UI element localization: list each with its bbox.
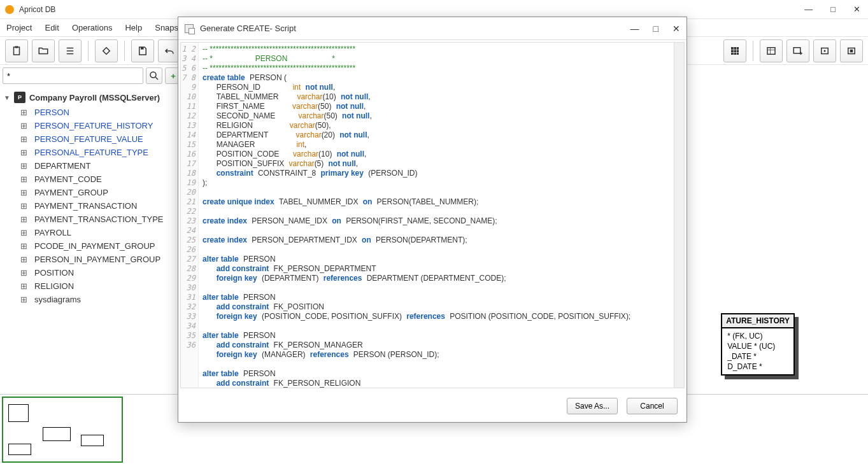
svg-rect-2: [103, 47, 110, 54]
tree-table-item[interactable]: ⊞PERSON_IN_PAYMENT_GROUP: [4, 253, 180, 266]
save-icon: [137, 45, 148, 57]
table-icon: ⊞: [20, 255, 31, 264]
tree-table-label: PERSON_FEATURE_HISTORY: [34, 121, 153, 130]
tree-table-item[interactable]: ⊞PERSON_FEATURE_VALUE: [4, 132, 180, 146]
tree-table-item[interactable]: ⊞POSITION: [4, 266, 180, 279]
line-gutter: 1 2 3 4 5 6 7 8 9 10 11 12 13 14 15 16 1…: [181, 43, 199, 388]
search-input[interactable]: [3, 67, 143, 84]
tree-table-item[interactable]: ⊞PAYMENT_CODE: [4, 172, 180, 186]
table-icon: ⊞: [20, 281, 31, 291]
menu-edit[interactable]: Edit: [45, 23, 59, 32]
svg-rect-9: [850, 49, 853, 52]
code-editor[interactable]: -- *************************************…: [199, 43, 674, 388]
tree-table-item[interactable]: ⊞RELIGION: [4, 279, 180, 293]
minimap-box: [43, 427, 71, 441]
dialog-maximize-button[interactable]: □: [653, 24, 658, 34]
table-icon: ⊞: [20, 188, 31, 197]
minimize-button[interactable]: —: [804, 4, 813, 14]
toolbar-btn-open[interactable]: [32, 39, 55, 62]
entity-card[interactable]: ATURE_HISTORY * (FK, UC) VALUE * (UC) _D…: [721, 313, 795, 376]
toolbar-btn-view1[interactable]: [813, 39, 836, 62]
window-controls: — □ ✕: [804, 4, 863, 14]
folder-icon: [38, 45, 49, 57]
collapse-icon[interactable]: ▼: [4, 94, 10, 101]
minimap-box: [8, 404, 29, 422]
db-label: Company Payroll (MSSQLServer): [29, 93, 160, 102]
plus-icon: +: [171, 71, 176, 81]
toolbar-separator: [753, 41, 753, 61]
toolbar-btn-list[interactable]: [59, 39, 82, 62]
tree-table-item[interactable]: ⊞PAYROLL: [4, 226, 180, 239]
undo-icon: [164, 45, 175, 57]
entity-row: VALUE * (UC): [725, 341, 791, 351]
entity-row: * (FK, UC): [725, 331, 791, 341]
toolbar-btn-reverse[interactable]: [95, 39, 118, 62]
table-icon: ⊞: [20, 295, 31, 304]
menu-operations[interactable]: Operations: [72, 23, 113, 32]
list-icon: [64, 45, 76, 57]
tree-table-label: PERSON_FEATURE_VALUE: [34, 134, 143, 144]
toolbar-btn-table[interactable]: [760, 39, 783, 62]
save-as-button[interactable]: Save As...: [567, 398, 618, 414]
table-icon: ⊞: [20, 174, 31, 184]
minimap-box: [8, 444, 31, 455]
tree-table-item[interactable]: ⊞PAYMENT_TRANSACTION_TYPE: [4, 213, 180, 226]
table-icon: ⊞: [20, 148, 31, 157]
dialog-close-button[interactable]: ✕: [672, 24, 680, 34]
entity-body: * (FK, UC) VALUE * (UC) _DATE * D_DATE *: [722, 328, 793, 374]
table-icon: ⊞: [20, 228, 31, 237]
card2-icon: [846, 45, 857, 57]
db-node[interactable]: ▼ P Company Payroll (MSSQLServer): [4, 89, 180, 106]
svg-rect-1: [15, 46, 18, 48]
minimap[interactable]: [2, 397, 123, 463]
menu-help[interactable]: Help: [125, 23, 142, 32]
sidebar: + ▼ P Company Payroll (MSSQLServer) ⊞PER…: [0, 65, 185, 394]
tree-table-label: sysdiagrams: [34, 295, 81, 304]
svg-rect-3: [141, 47, 144, 50]
menu-project[interactable]: Project: [6, 23, 32, 32]
svg-point-10: [150, 72, 156, 78]
clipboard-icon: [11, 45, 22, 57]
table-icon: ⊞: [20, 161, 31, 171]
close-button[interactable]: ✕: [853, 4, 860, 14]
tree-table-item[interactable]: ⊞PERSONAL_FEATURE_TYPE: [4, 146, 180, 159]
toolbar-btn-add-table[interactable]: [786, 39, 809, 62]
toolbar-btn-grid[interactable]: [723, 39, 746, 62]
svg-rect-4: [767, 47, 775, 54]
cancel-button[interactable]: Cancel: [627, 398, 678, 414]
toolbar-btn-view2[interactable]: [840, 39, 863, 62]
maximize-button[interactable]: □: [830, 4, 836, 14]
dialog-minimize-button[interactable]: —: [630, 24, 639, 34]
tree-table-item[interactable]: ⊞PERSON: [4, 106, 180, 119]
tree-table-item[interactable]: ⊞PCODE_IN_PAYMENT_GROUP: [4, 239, 180, 253]
svg-rect-0: [14, 47, 20, 55]
dialog-title: Generate CREATE- Script: [200, 24, 296, 33]
tree-table-item[interactable]: ⊞PAYMENT_TRANSACTION: [4, 199, 180, 213]
dialog-icon: [185, 24, 194, 33]
generate-script-dialog: Generate CREATE- Script — □ ✕ 1 2 3 4 5 …: [178, 17, 687, 423]
dialog-titlebar[interactable]: Generate CREATE- Script — □ ✕: [178, 17, 687, 40]
tree-table-label: PAYMENT_GROUP: [34, 188, 108, 197]
entity-row: _DATE *: [725, 351, 791, 362]
toolbar-btn-new[interactable]: [5, 39, 28, 62]
search-button[interactable]: [146, 67, 162, 84]
diamond-icon: [101, 45, 112, 57]
card-icon: [819, 45, 830, 57]
entity-row: D_DATE *: [725, 362, 791, 372]
scrollbar-vertical[interactable]: [674, 43, 684, 388]
tree-table-item[interactable]: ⊞PERSON_FEATURE_HISTORY: [4, 119, 180, 132]
svg-rect-5: [793, 47, 800, 53]
grid-icon: [729, 45, 741, 57]
tree-table-label: POSITION: [34, 268, 74, 278]
table-icon: ⊞: [20, 108, 31, 117]
toolbar-separator: [88, 41, 89, 61]
tree-table-item[interactable]: ⊞sysdiagrams: [4, 293, 180, 306]
tree-table-item[interactable]: ⊞PAYMENT_GROUP: [4, 186, 180, 199]
toolbar-btn-save[interactable]: [131, 39, 154, 62]
tree-table-label: PAYMENT_TRANSACTION_TYPE: [34, 214, 164, 224]
db-tree[interactable]: ▼ P Company Payroll (MSSQLServer) ⊞PERSO…: [0, 87, 184, 309]
tree-table-label: PCODE_IN_PAYMENT_GROUP: [34, 241, 155, 251]
search-icon: [148, 70, 160, 81]
tree-table-item[interactable]: ⊞DEPARTMENT: [4, 159, 180, 172]
tree-table-label: PERSON: [34, 108, 69, 117]
